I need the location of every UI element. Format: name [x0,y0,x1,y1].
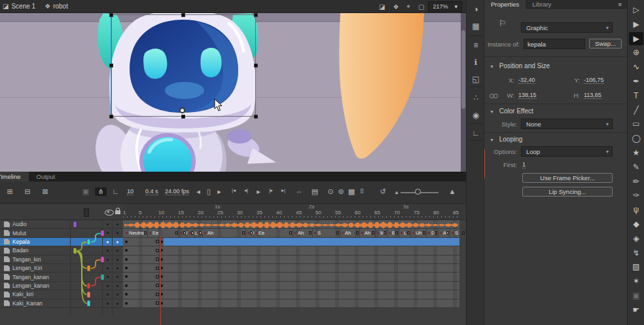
graph-view-button[interactable]: ∟ [110,187,122,195]
instance-name-input[interactable] [524,39,585,49]
transform-panel-icon[interactable]: ◱ [467,75,485,84]
frame-rate-value[interactable]: 24.00 fps [165,188,189,195]
visibility-dot[interactable] [107,241,109,243]
edit-symbol-icon[interactable]: ❖ [393,3,399,10]
layer-row-Audio[interactable]: Audio [0,220,123,229]
reset-timeline-zoom-button[interactable]: ↺ [377,187,389,196]
playhead[interactable] [160,236,162,325]
canvas-scrollbar[interactable] [461,13,466,172]
swatches-panel-icon[interactable]: ▦ [467,22,485,31]
clip-content-icon[interactable]: ▢ [418,3,424,10]
tab-output[interactable]: Output [29,172,63,182]
pen-tool[interactable]: ✒ [629,75,643,88]
viseme-span[interactable]: S [450,229,466,237]
visibility-dot[interactable] [107,285,109,287]
visibility-dot[interactable] [107,303,109,305]
visibility-dot[interactable] [107,276,109,278]
color-panel-icon[interactable]: ◑ [467,5,485,14]
layer-row-Lengan_kanan[interactable]: Lengan_kanan [0,282,123,290]
rectangle-tool[interactable]: ▭ [629,117,643,130]
selection-bounding-box[interactable] [111,14,256,117]
visibility-dot[interactable] [107,223,109,225]
transform-handle[interactable] [254,13,258,17]
x-value[interactable]: -32,40 [518,77,535,84]
play-button[interactable]: ▸ [253,187,264,196]
eyedropper-tool[interactable]: ↯ [629,246,643,259]
transform-origin-point[interactable] [179,107,185,113]
loop-options-select[interactable]: Loop ▾ [521,146,613,157]
art-brush-tool[interactable]: ✏ [629,175,643,188]
align-panel-icon[interactable]: ≡ [467,41,485,50]
info-panel-icon[interactable]: ℹ [467,58,485,67]
viseme-span[interactable]: Ah [438,229,450,237]
selection-tool-active[interactable]: ▶ [629,32,643,45]
panel-menu-icon[interactable]: ≡ [618,1,622,8]
lock-icon[interactable] [115,210,120,214]
polystar-tool[interactable]: ★ [629,146,643,159]
delete-layer-button[interactable]: ⊠ [39,187,51,196]
viseme-span[interactable]: Ea [187,229,195,237]
bone-tool[interactable]: ψ [629,203,643,216]
lip-syncing-button[interactable]: Lip Syncing... [522,187,613,197]
symbol-type-select[interactable]: Graphic ▾ [521,22,613,33]
viseme-span[interactable]: Ee [254,229,293,237]
y-value[interactable]: -106,75 [584,77,604,84]
lock-dot[interactable] [116,294,118,296]
oval-tool[interactable]: ◯ [629,132,643,145]
stage-canvas[interactable] [0,13,466,172]
h-value[interactable]: 113,65 [584,92,601,99]
use-frame-picker-button[interactable]: Use Frame Picker... [522,173,613,183]
step-forward-button[interactable]: ▸ [213,187,225,196]
lock-dot[interactable] [116,232,118,234]
breadcrumb-symbol[interactable]: robot [53,3,68,10]
tab-library[interactable]: Library [526,0,558,9]
lock-dot[interactable] [116,250,118,252]
layer-row-Lengan_Kiri[interactable]: Lengan_Kiri [0,264,123,273]
hand-tool[interactable]: ☛ [629,303,643,316]
transform-handle[interactable] [109,13,113,17]
timeline-zoom-knob[interactable] [415,189,421,195]
parenting-view-button[interactable]: ⋔ [95,187,107,196]
transform-handle[interactable] [181,115,185,119]
layer-row-Tangan_kanan[interactable]: Tangan_kanan [0,273,123,281]
visibility-dot[interactable] [107,259,109,261]
w-value[interactable]: 138,15 [518,92,537,99]
section-looping[interactable]: ▼ Looping [490,136,522,143]
lock-dot[interactable] [116,276,118,278]
timeline-zoom-in-button[interactable]: ▲ [446,187,458,195]
swap-button[interactable]: Swap... [589,39,622,48]
breadcrumb-scene[interactable]: Scene 1 [11,3,35,10]
layer-row-Kaki_Kanan[interactable]: Kaki_Kanan [0,299,123,308]
first-frame-value[interactable]: 1 [522,161,526,168]
layer-row-Mulut[interactable]: Mulut [0,229,123,237]
layer-row-Kepala[interactable]: Kepala [0,238,123,246]
transform-handle[interactable] [109,115,113,119]
pencil-tool[interactable]: ✎ [629,161,643,174]
frame-row-Mulut[interactable]: NeutralEeDEaFAhDEeAhSAhAhMELUhDAhS [123,229,459,237]
selection-tool[interactable]: ▷ [629,3,643,16]
transform-handle[interactable] [109,64,113,67]
viseme-span[interactable]: Ah [293,229,313,237]
viseme-span[interactable]: D [427,229,438,237]
frame-row-Audio[interactable] [123,220,459,229]
camera-tool[interactable]: ▣ [629,289,643,302]
line-tool[interactable]: ╱ [629,104,643,117]
subselection-tool[interactable]: ▶ [629,18,643,31]
motion-editor-panel-icon[interactable]: ∟ [467,128,485,138]
section-color-effect[interactable]: ▼ Color Effect [490,107,533,115]
visibility-dot[interactable] [107,250,109,252]
transform-handle[interactable] [254,115,258,119]
loop-range-button[interactable]: ⇔ [293,187,305,195]
frame-row-Kepala[interactable] [123,238,459,246]
viseme-span[interactable]: D [179,229,187,237]
viseme-span[interactable]: Ah [203,229,246,237]
lasso-tool[interactable]: ∿ [629,60,643,73]
edit-scene-icon[interactable]: ◪ [379,3,385,10]
elapsed-time-value[interactable]: 0.4 s [145,188,158,195]
back-one-frame-button[interactable]: ◂| [240,187,252,193]
viseme-span[interactable]: Uh [411,229,427,237]
section-position-size[interactable]: ▼ Position and Size [490,62,550,69]
brush-library-panel-icon[interactable]: ∴ [467,93,485,102]
lock-dot[interactable] [116,259,118,261]
frame-row-Badan[interactable] [123,246,459,255]
